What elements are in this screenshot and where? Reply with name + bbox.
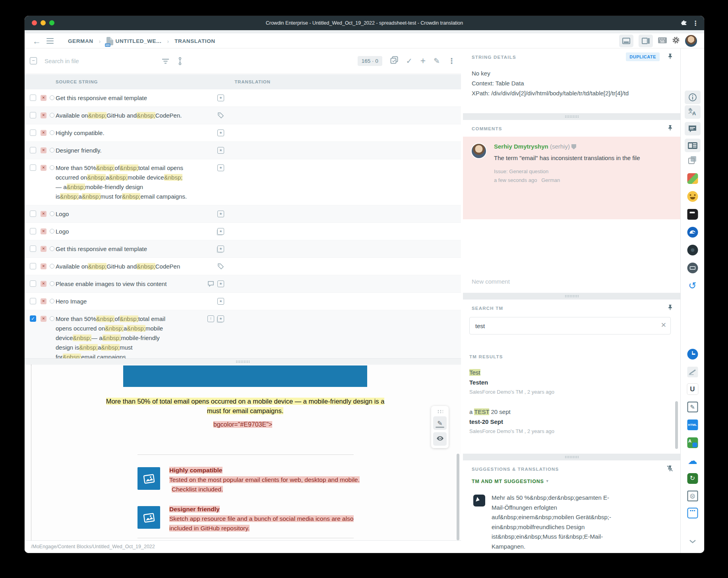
history-app-icon[interactable]: ↺ [687,280,698,291]
breadcrumb-language[interactable]: GERMAN [68,38,93,44]
row-checkbox[interactable] [30,298,36,304]
underline-app-icon[interactable]: U [687,384,698,394]
clear-search-icon[interactable]: ✕ [661,321,666,329]
string-row[interactable]: ✕Please enable images to view this conte… [25,275,461,293]
plus-icon[interactable]: + [420,56,426,66]
preview-scrollbar[interactable] [457,454,459,540]
comment-author[interactable]: Serhiy Dmytryshyn [494,143,548,150]
string-row[interactable]: ✕Logo★ [25,205,461,223]
row-checkbox[interactable]: ✓ [30,315,36,322]
row-checkbox[interactable] [30,95,36,101]
source-string-text[interactable]: Highly compatible. [56,124,461,141]
email-feature-2[interactable]: Designer friendly Sketch app resource fi… [137,505,360,533]
breadcrumb-section[interactable]: TRANSLATION [174,38,215,44]
string-row[interactable]: ✕Designer friendly.★ [25,142,461,159]
tm-result[interactable]: TestTestenSalesForce Demo's TM , 2 years… [469,368,664,397]
pages-icon[interactable] [688,156,697,164]
row-checkbox[interactable] [30,228,36,234]
check-icon[interactable]: ✓ [406,57,412,65]
pin-icon[interactable] [667,304,673,312]
source-string-text[interactable]: Logo [56,223,461,240]
source-string-text[interactable]: Please enable images to view this conten… [56,275,461,292]
pencil-icon[interactable]: ✎ [434,57,440,65]
row-checkbox[interactable] [30,246,36,252]
editor-panel-icon[interactable] [685,139,701,152]
unpin-icon[interactable] [667,465,673,473]
email-hero-text[interactable]: More than 50% of total email opens occur… [98,396,392,416]
email-feature-1[interactable]: Highly compatible Tested on the most pop… [137,466,360,494]
source-string-text[interactable]: Get this responsive email template [56,89,461,106]
string-row[interactable]: ✕Get this responsive email template★ [25,89,461,107]
string-row[interactable]: ✕Available on&nbsp;GitHub and&nbsp;CodeP… [25,258,461,275]
glossary-cube-icon[interactable] [687,173,698,184]
source-string-text[interactable]: Hero Image [56,293,461,310]
draft-app-icon[interactable] [687,367,698,377]
section-splitter[interactable] [463,454,680,460]
back-button[interactable]: ← [33,37,41,45]
mine-app-icon[interactable] [687,245,698,255]
compose-app-icon[interactable]: ✎ [687,402,698,412]
string-row[interactable]: ✕Available on&nbsp;GitHub and&nbsp;CodeP… [25,107,461,124]
emoji-app-icon[interactable] [687,191,698,202]
string-row[interactable]: ✓✕More than 50%&nbsp;of&nbsp;total email… [25,310,461,358]
main-menu-button[interactable] [46,38,54,44]
collapse-icon[interactable]: − [30,57,37,64]
row-checkbox[interactable] [30,164,36,171]
source-string-text[interactable]: Logo [56,205,461,222]
zoom-window-icon[interactable] [49,20,54,25]
extension-puzzle-icon[interactable] [681,19,687,27]
recycle-app-icon[interactable]: ↻ [687,473,698,484]
notebook-app-icon[interactable] [687,209,698,220]
suggestion-text[interactable]: Mehr als 50 %&nbsp;der&nbsp;gesamten E-M… [492,493,616,551]
pin-icon[interactable] [667,53,673,61]
row-checkbox[interactable] [30,147,36,153]
section-splitter[interactable] [463,113,680,120]
minimize-window-icon[interactable] [41,20,46,25]
email-code-text[interactable]: bgcolor="#E9703E"> [25,421,461,428]
translate-panel-icon[interactable]: 文A [685,105,701,119]
preview-edit-button[interactable]: ✎ [433,416,447,430]
split-view-icon[interactable] [619,35,633,47]
preview-eye-button[interactable] [433,432,447,446]
tm-mt-suggestions-toggle[interactable]: TM AND MT SUGGESTIONS▼ [472,479,549,484]
window-app-icon[interactable] [687,508,698,518]
duplicate-icon[interactable] [390,56,398,66]
tm-scrollbar[interactable] [675,401,678,449]
kebab-menu-icon[interactable]: ⋮ [692,19,699,27]
close-window-icon[interactable] [32,20,37,25]
comments-panel-icon[interactable] [685,122,701,135]
collapse-rail-icon[interactable] [689,539,696,543]
tm-result[interactable]: a TEST 20 septtest-20 SeptSalesForce Dem… [469,407,664,436]
gauge-app-icon[interactable] [687,227,698,238]
tm-search-input[interactable] [474,319,654,332]
info-icon[interactable] [685,91,701,104]
timer-app-icon[interactable] [687,349,698,360]
string-row[interactable]: ✕Logo★ [25,223,461,240]
html-app-icon[interactable]: HTML [687,419,698,430]
string-row[interactable]: ✕Hero Image★ [25,293,461,310]
section-splitter[interactable] [463,293,680,300]
string-row[interactable]: ✕Highly compatible.★ [25,124,461,142]
row-checkbox[interactable] [30,280,36,287]
source-string-text[interactable]: Designer friendly. [56,142,461,159]
report-app-icon[interactable]: ☹ [687,491,698,501]
drag-handle-icon[interactable] [437,410,443,413]
source-string-text[interactable]: Available on&nbsp;GitHub and&nbsp;CodePe… [56,107,461,124]
source-string-text[interactable]: Get this responsive email template [56,240,461,257]
breadcrumb-file[interactable]: </> UNTITLED_WE... [106,37,162,45]
string-row[interactable]: ✕More than 50%&nbsp;of&nbsp;total email … [25,159,461,205]
search-input[interactable] [44,54,155,68]
filter-icon[interactable] [162,58,169,66]
row-checkbox[interactable] [30,263,36,269]
duplicate-badge[interactable]: DUPLICATE [626,52,660,61]
row-checkbox[interactable] [30,211,36,217]
row-checkbox[interactable] [30,130,36,136]
source-string-text[interactable]: Available on&nbsp;GitHub and&nbsp;CodePe… [56,258,461,275]
translator-app-icon[interactable]: A [687,437,698,448]
gear-icon[interactable] [672,36,680,46]
side-by-side-view-icon[interactable] [639,35,653,47]
source-string-text[interactable]: More than 50%&nbsp;of&nbsp;total email o… [56,310,173,358]
row-checkbox[interactable] [30,112,36,118]
screen-app-icon[interactable] [687,263,698,273]
cloud-app-icon[interactable]: ☁ [687,456,698,466]
